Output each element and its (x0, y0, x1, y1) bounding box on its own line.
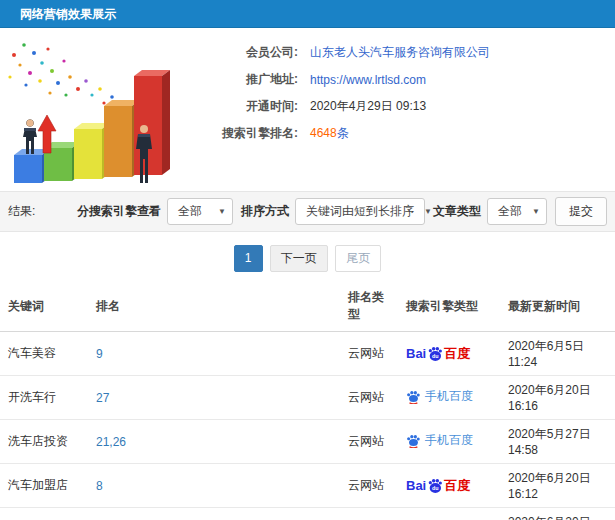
rank-type-cell: 云网站 (340, 508, 398, 520)
field-promo-url: 推广地址: https://www.lrtlsd.com (188, 66, 615, 93)
table-row: 汽车加盟店 8 云网站 Bai du 百度 (0, 464, 615, 508)
baidu-logo: Bai du 百度 (406, 344, 470, 363)
chevron-down-icon: ▼ (424, 207, 432, 216)
engine-filter-select[interactable]: 全部 ▼ (167, 198, 233, 225)
bar-red (134, 70, 170, 175)
updated-cell: 2020年6月20日 16:12 (500, 464, 615, 508)
engine-filter-value: 全部 (178, 203, 208, 220)
header-rank-type: 排名类型 (340, 282, 398, 332)
chevron-down-icon: ▼ (218, 207, 226, 216)
mobile-paw-icon (406, 434, 420, 448)
article-filter-label: 文章类型 (433, 203, 481, 220)
page-button-1[interactable]: 1 (234, 245, 263, 272)
rank-type-cell: 云网站 (340, 332, 398, 376)
engine-cell: Bai du 百度 (398, 420, 500, 464)
engine-filter-label: 分搜索引擎查看 (77, 203, 161, 220)
field-rank-count: 搜索引擎排名: 4648条 (188, 120, 615, 147)
keyword-rank-table: 关键词 排名 排名类型 搜索引擎类型 最新更新时间 汽车美容 9 云网站 Bai (0, 282, 615, 520)
businessman-left (23, 119, 37, 154)
rank-count-number: 4648 (310, 126, 337, 140)
engine-cell: Bai du 百度 (398, 332, 500, 376)
header-updated: 最新更新时间 (500, 282, 615, 332)
result-label: 结果: (8, 203, 35, 220)
filter-bar: 结果: 分搜索引擎查看 全部 ▼ 排序方式 关键词由短到长排序 ▼ 文章类型 全… (0, 191, 615, 232)
confetti-dots (8, 43, 127, 110)
info-section: 会员公司: 山东老人头汽车服务咨询有限公司 推广地址: https://www.… (0, 28, 615, 191)
rank-type-cell: 云网站 (340, 464, 398, 508)
engine-cell: Bai du 百度 (398, 376, 500, 420)
rank-link[interactable]: 21,26 (96, 435, 126, 449)
growth-chart-graphic (0, 33, 188, 189)
sort-filter-select[interactable]: 关键词由短到长排序 ▼ (295, 198, 425, 225)
mobile-paw-icon (406, 390, 420, 404)
updated-cell: 2020年6月20日 16:11 (500, 508, 615, 520)
rank-link[interactable]: 9 (96, 347, 103, 361)
open-time-value: 2020年4月29日 09:13 (310, 98, 426, 115)
table-row: 汽车美容 9 云网站 Bai du 百度 (0, 332, 615, 376)
baidu-paw-icon: du (427, 346, 443, 365)
updated-cell: 2020年6月20日 16:16 (500, 376, 615, 420)
bar-chart-illustration (0, 33, 188, 189)
table-row: 加盟洗车店 25,28,28 云网站 Bai du 百度 (0, 508, 615, 520)
rank-type-cell: 云网站 (340, 420, 398, 464)
last-page-button[interactable]: 尾页 (335, 245, 381, 272)
updated-cell: 2020年5月27日 14:58 (500, 420, 615, 464)
article-filter-select[interactable]: 全部 ▼ (487, 198, 547, 225)
mobile-baidu-logo: 手机百度 (406, 388, 473, 405)
pagination: 1 下一页 尾页 (0, 232, 615, 282)
article-filter-value: 全部 (498, 203, 522, 220)
field-member-company: 会员公司: 山东老人头汽车服务咨询有限公司 (188, 39, 615, 66)
field-open-time: 开通时间: 2020年4月29日 09:13 (188, 93, 615, 120)
rank-count-unit: 条 (337, 126, 349, 140)
mobile-baidu-logo: 手机百度 (406, 432, 473, 449)
chevron-down-icon: ▼ (532, 207, 540, 216)
rank-link[interactable]: 27 (96, 391, 109, 405)
header-keyword: 关键词 (0, 282, 88, 332)
rank-type-cell: 云网站 (340, 376, 398, 420)
header-engine-type: 搜索引擎类型 (398, 282, 500, 332)
svg-text:du: du (432, 353, 439, 359)
member-company-label: 会员公司: (188, 44, 298, 61)
keyword-cell: 汽车美容 (0, 332, 88, 376)
rank-count-label: 搜索引擎排名: (188, 125, 298, 142)
baidu-paw-icon: du (427, 478, 443, 497)
keyword-cell: 加盟洗车店 (0, 508, 88, 520)
engine-cell: Bai du 百度 (398, 464, 500, 508)
header-rank: 排名 (88, 282, 340, 332)
rank-cell: 27 (88, 376, 340, 420)
table-row: 开洗车行 27 云网站 Bai du 百度 (0, 376, 615, 420)
table-row: 洗车店投资 21,26 云网站 Bai du 百度 (0, 420, 615, 464)
updated-cell: 2020年6月5日 11:24 (500, 332, 615, 376)
page-title: 网络营销效果展示 (0, 0, 615, 28)
company-info: 会员公司: 山东老人头汽车服务咨询有限公司 推广地址: https://www.… (188, 33, 615, 191)
promo-url-link[interactable]: https://www.lrtlsd.com (310, 73, 426, 87)
baidu-logo: Bai du 百度 (406, 476, 470, 495)
rank-cell: 21,26 (88, 420, 340, 464)
rank-cell: 8 (88, 464, 340, 508)
keyword-cell: 开洗车行 (0, 376, 88, 420)
promo-url-label: 推广地址: (188, 71, 298, 88)
sort-filter-value: 关键词由短到长排序 (306, 203, 414, 220)
engine-cell: Bai du 百度 (398, 508, 500, 520)
keyword-cell: 汽车加盟店 (0, 464, 88, 508)
table-header-row: 关键词 排名 排名类型 搜索引擎类型 最新更新时间 (0, 282, 615, 332)
sort-filter-label: 排序方式 (241, 203, 289, 220)
member-company-link[interactable]: 山东老人头汽车服务咨询有限公司 (310, 45, 490, 59)
rank-cell: 9 (88, 332, 340, 376)
rank-cell: 25,28,28 (88, 508, 340, 520)
svg-text:du: du (432, 485, 439, 491)
submit-button[interactable]: 提交 (555, 197, 607, 226)
open-time-label: 开通时间: (188, 98, 298, 115)
rank-link[interactable]: 8 (96, 479, 103, 493)
keyword-cell: 洗车店投资 (0, 420, 88, 464)
next-page-button[interactable]: 下一页 (270, 245, 328, 272)
